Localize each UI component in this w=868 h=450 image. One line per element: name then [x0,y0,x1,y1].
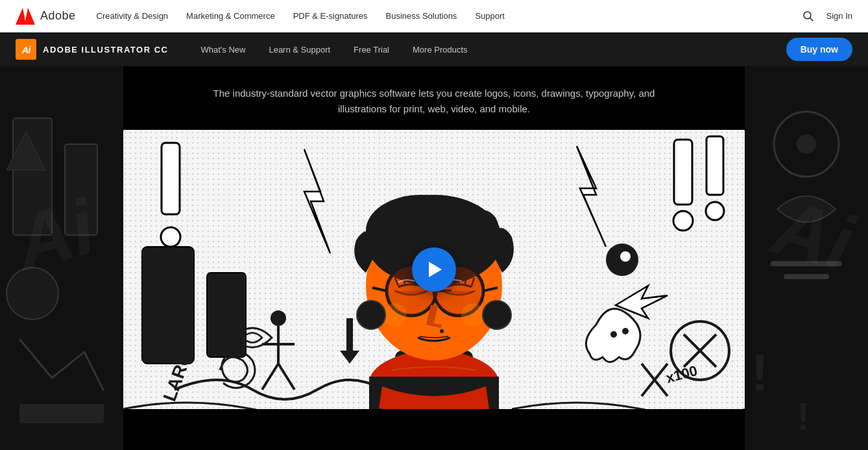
svg-point-20 [673,211,693,231]
adobe-logo[interactable]: Adobe [16,6,76,26]
nav-link-business-solutions[interactable]: Business Solutions [386,11,457,21]
svg-point-46 [440,329,444,333]
adobe-wordmark: Adobe [40,9,76,23]
product-nav-free-trial[interactable]: Free Trial [342,32,401,66]
sign-in-link[interactable]: Sign In [826,11,852,21]
product-nav-right: Buy now [786,38,852,61]
adobe-logo-icon [16,6,35,26]
svg-point-48 [483,301,511,329]
svg-point-56 [620,251,631,262]
top-navigation: Adobe Creativity & Design Marketing & Co… [0,0,868,32]
svg-rect-23 [142,247,194,364]
product-nav-whats-new[interactable]: What's New [189,32,257,66]
product-nav-learn-support[interactable]: Learn & Support [257,32,342,66]
svg-point-57 [610,331,617,338]
buy-now-button[interactable]: Buy now [786,38,852,61]
hero-tagline: The industry-standard vector graphics so… [187,66,681,130]
svg-rect-21 [706,136,723,195]
product-brand: Ai ADOBE ILLUSTRATOR CC [16,39,168,60]
play-button[interactable] [412,247,456,292]
nav-link-support[interactable]: Support [475,11,505,21]
video-thumbnail[interactable]: x100 [123,130,745,409]
search-icon [803,11,814,21]
video-container: x100 [123,130,745,409]
svg-point-45 [461,303,485,327]
illustrator-icon: Ai [16,39,36,60]
top-nav-links: Creativity & Design Marketing & Commerce… [97,11,803,21]
product-name: ADOBE ILLUSTRATOR CC [43,45,168,55]
nav-link-creativity-design[interactable]: Creativity & Design [97,11,169,21]
svg-line-1 [810,18,813,21]
play-icon [429,262,442,277]
product-nav-more-products[interactable]: More Products [401,32,479,66]
top-nav-right: Sign In [803,11,852,21]
svg-point-18 [161,227,180,247]
svg-rect-19 [674,140,692,205]
product-navigation: Ai ADOBE ILLUSTRATOR CC What's New Learn… [0,32,868,66]
svg-point-47 [357,301,385,329]
hero-section: Illustrator Ai ! ! Ai The industry-stand… [0,66,868,450]
svg-point-22 [706,202,724,220]
search-button[interactable] [803,11,814,21]
nav-link-pdf-esignatures[interactable]: PDF & E-signatures [293,11,368,21]
hero-content: The industry-standard vector graphics so… [0,66,868,409]
svg-rect-17 [162,143,180,214]
svg-point-44 [383,303,407,327]
svg-point-58 [622,328,629,334]
svg-point-49 [271,310,286,326]
product-nav-links: What's New Learn & Support Free Trial Mo… [189,32,786,66]
nav-link-marketing-commerce[interactable]: Marketing & Commerce [186,11,275,21]
